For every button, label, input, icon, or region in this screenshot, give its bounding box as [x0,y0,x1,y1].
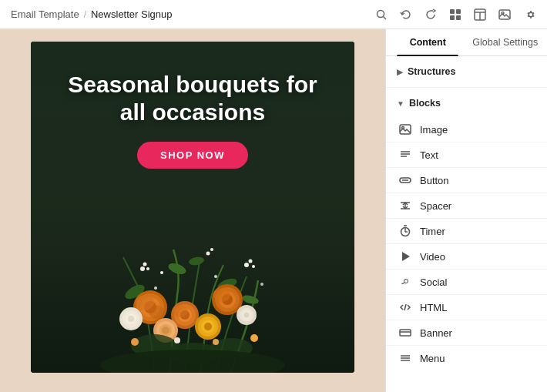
grid-icon[interactable] [448,8,462,22]
main-layout: Seasonal bouquets for all occasions SHOP… [0,29,547,392]
block-item-timer[interactable]: Timer [386,219,547,244]
block-item-social[interactable]: Social [386,270,547,295]
video-block-icon [398,250,412,263]
block-label-text: Text [420,149,438,161]
block-item-banner[interactable]: Banner [386,320,547,346]
breadcrumb-root[interactable]: Email Template [11,8,79,20]
svg-point-64 [213,339,219,345]
block-item-button[interactable]: Button [386,168,547,193]
timer-block-icon [398,224,412,238]
svg-rect-4 [450,15,455,20]
svg-point-24 [160,271,163,274]
svg-point-56 [244,313,250,318]
svg-point-60 [100,350,285,373]
flower-illustration [31,149,354,373]
canvas-area: Seasonal bouquets for all occasions SHOP… [0,29,385,392]
topbar: Email Template / Newsletter Signup [0,0,547,29]
svg-point-63 [174,337,180,343]
banner-block-icon [398,326,412,340]
tab-content[interactable]: Content [389,29,467,55]
svg-point-14 [241,293,260,305]
social-block-icon [398,275,412,289]
svg-point-67 [260,283,263,286]
email-hero: Seasonal bouquets for all occasions SHOP… [31,42,354,373]
undo-icon[interactable] [399,8,413,22]
svg-point-23 [210,248,213,251]
panel-tabs: Content Global Settings [386,29,547,56]
structures-header[interactable]: ▶ Structures [386,61,547,82]
svg-point-65 [154,286,157,290]
breadcrumb-current: Newsletter Signup [91,8,173,20]
cta-button[interactable]: SHOP NOW [137,142,248,169]
svg-point-22 [206,252,210,256]
chevron-right-icon: ▶ [397,68,403,76]
email-preview: Seasonal bouquets for all occasions SHOP… [31,42,354,373]
breadcrumb-separator: / [84,9,86,20]
image-block-icon [398,122,412,136]
topbar-actions [374,8,536,22]
svg-point-62 [250,334,258,342]
hero-content: Seasonal bouquets for all occasions SHOP… [31,42,354,169]
svg-point-21 [252,265,255,268]
settings-icon[interactable] [522,8,536,22]
blocks-label: Blocks [409,98,441,109]
image-icon[interactable] [498,8,512,22]
svg-point-19 [244,263,249,267]
svg-point-66 [214,275,217,278]
text-block-icon [398,148,412,162]
layout-icon[interactable] [473,8,487,22]
svg-point-0 [378,10,384,17]
block-label-banner: Banner [420,327,452,339]
button-block-icon [398,173,412,187]
block-label-menu: Menu [420,353,445,364]
block-label-button: Button [420,175,449,186]
block-item-menu[interactable]: Menu [386,346,547,370]
svg-point-35 [213,288,230,302]
block-item-text[interactable]: Text [386,142,547,168]
block-item-image[interactable]: Image [386,117,547,142]
blocks-list: Image Text [386,114,547,374]
block-label-spacer: Spacer [420,200,451,212]
search-icon[interactable] [374,8,388,22]
hero-headline: Seasonal bouquets for all occasions [54,71,331,126]
chevron-down-icon: ▼ [397,99,404,108]
svg-point-52 [128,316,134,322]
blocks-section: ▼ Blocks Image [386,88,547,378]
svg-point-16 [140,266,145,271]
block-label-timer: Timer [420,226,445,237]
block-label-social: Social [420,276,447,288]
refresh-icon[interactable] [424,8,438,22]
svg-point-20 [249,260,253,263]
block-item-video[interactable]: Video [386,244,547,270]
block-label-image: Image [420,124,448,136]
tab-global-settings[interactable]: Global Settings [467,29,545,55]
svg-point-18 [146,267,149,270]
html-block-icon [398,300,412,314]
spacer-block-icon [398,199,412,213]
svg-point-17 [143,263,147,266]
svg-rect-2 [450,9,455,14]
svg-point-61 [131,338,139,346]
svg-marker-82 [402,252,410,261]
breadcrumb: Email Template / Newsletter Signup [11,8,172,20]
structures-section: ▶ Structures [386,56,547,88]
svg-line-83 [404,304,406,310]
svg-line-1 [384,16,387,19]
svg-rect-5 [456,15,461,20]
block-label-video: Video [420,251,445,263]
svg-point-30 [149,305,164,319]
right-panel: Content Global Settings ▶ Structures ▼ B… [385,29,547,392]
svg-point-48 [204,323,212,330]
menu-block-icon [398,351,412,365]
block-item-spacer[interactable]: Spacer [386,193,547,219]
svg-rect-84 [400,330,411,336]
svg-rect-3 [456,9,461,14]
svg-point-15 [188,256,204,266]
structures-label: Structures [408,66,456,77]
block-item-html[interactable]: HTML [386,295,547,320]
svg-point-40 [173,305,188,317]
blocks-header[interactable]: ▼ Blocks [386,92,547,114]
svg-point-44 [162,327,169,334]
block-label-html: HTML [420,302,447,313]
